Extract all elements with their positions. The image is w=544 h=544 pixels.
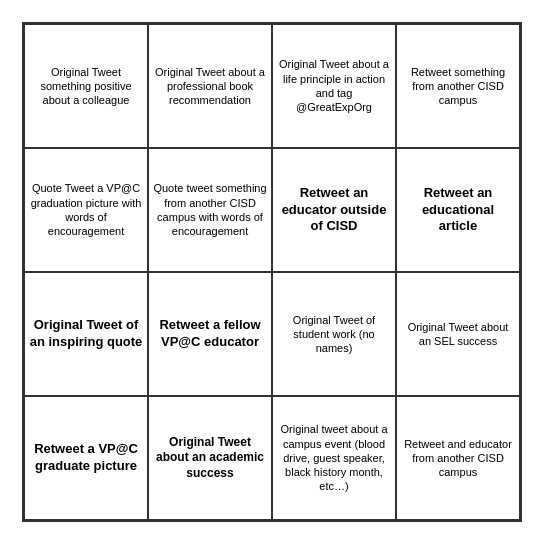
cell-2-1[interactable]: Retweet a fellow VP@C educator	[148, 272, 272, 396]
cell-3-3[interactable]: Retweet and educator from another CISD c…	[396, 396, 520, 520]
cell-1-2[interactable]: Retweet an educator outside of CISD	[272, 148, 396, 272]
cell-1-0[interactable]: Quote Tweet a VP@C graduation picture wi…	[24, 148, 148, 272]
cell-3-2[interactable]: Original tweet about a campus event (blo…	[272, 396, 396, 520]
bingo-grid: Original Tweet something positive about …	[22, 22, 522, 522]
cell-0-0[interactable]: Original Tweet something positive about …	[24, 24, 148, 148]
cell-1-1[interactable]: Quote tweet something from another CISD …	[148, 148, 272, 272]
cell-0-3[interactable]: Retweet something from another CISD camp…	[396, 24, 520, 148]
cell-1-3[interactable]: Retweet an educational article	[396, 148, 520, 272]
cell-2-2[interactable]: Original Tweet of student work (no names…	[272, 272, 396, 396]
cell-0-2[interactable]: Original Tweet about a life principle in…	[272, 24, 396, 148]
bingo-board: Original Tweet something positive about …	[12, 12, 532, 532]
cell-2-0[interactable]: Original Tweet of an inspiring quote	[24, 272, 148, 396]
cell-0-1[interactable]: Original Tweet about a professional book…	[148, 24, 272, 148]
cell-3-1[interactable]: Original Tweet about an academic success	[148, 396, 272, 520]
cell-3-0[interactable]: Retweet a VP@C graduate picture	[24, 396, 148, 520]
cell-2-3[interactable]: Original Tweet about an SEL success	[396, 272, 520, 396]
